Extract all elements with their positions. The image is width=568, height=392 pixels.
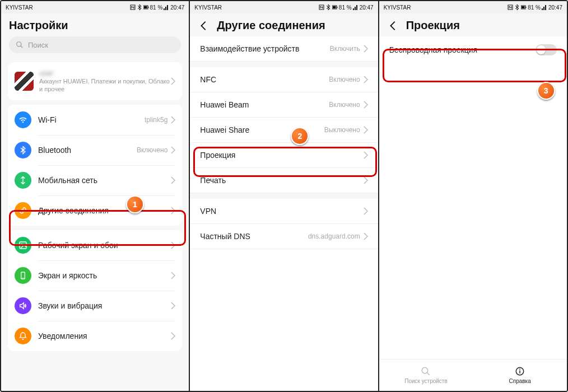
row-label: Экран и яркость xyxy=(38,271,171,280)
row-label: Звуки и вибрация xyxy=(38,301,171,310)
row-label: Рабочий экран и обои xyxy=(38,241,171,250)
huawei-share-row[interactable]: Huawei Share Выключено xyxy=(190,118,378,143)
account-desc: Аккаунт HUAWEI, Платежи и покупки, Облак… xyxy=(39,77,171,94)
search-icon xyxy=(421,366,431,376)
chevron-right-icon xyxy=(364,45,368,53)
back-button[interactable] xyxy=(198,20,210,32)
back-button[interactable] xyxy=(387,20,399,32)
bluetooth-icon xyxy=(325,4,331,10)
print-row[interactable]: Печать xyxy=(190,168,378,193)
tab-label: Поиск устройств xyxy=(404,378,448,384)
bluetooth-icon xyxy=(137,4,142,10)
chevron-right-icon xyxy=(364,176,368,184)
chevron-right-icon xyxy=(171,272,175,279)
nfc-row[interactable]: NFC Включено xyxy=(190,67,378,92)
nfc-icon xyxy=(130,4,136,10)
sound-icon xyxy=(15,297,31,314)
clock: 20:47 xyxy=(360,4,374,11)
page-title: Настройки xyxy=(9,19,68,32)
panel-settings: KYIVSTAR 81 % 20:47 Настройки Поиск xyxy=(1,1,189,391)
row-value: Включено xyxy=(137,146,167,154)
svg-point-4 xyxy=(17,42,21,46)
chevron-right-icon xyxy=(364,101,368,109)
avatar xyxy=(15,72,34,91)
carrier-label: KYIVSTAR xyxy=(384,4,411,11)
nfc-icon xyxy=(319,4,324,10)
signal-icon xyxy=(15,172,31,189)
wifi-icon xyxy=(15,111,31,128)
clock: 20:47 xyxy=(548,4,562,11)
account-row[interactable]: user Аккаунт HUAWEI, Платежи и покупки, … xyxy=(8,62,182,100)
status-bar: KYIVSTAR 81 % 20:47 xyxy=(190,1,378,13)
panel-projection: KYIVSTAR 81 % 20:47 Проекция Беспроводна… xyxy=(378,1,567,391)
titlebar: Проекция xyxy=(379,13,567,36)
chevron-right-icon xyxy=(171,332,175,340)
bluetooth-row[interactable]: Bluetooth Включено xyxy=(8,135,182,165)
chevron-right-icon xyxy=(171,241,175,249)
svg-rect-16 xyxy=(522,6,525,8)
row-label: Bluetooth xyxy=(38,146,137,155)
row-label: Взаимодействие устройств xyxy=(200,44,329,53)
huawei-beam-row[interactable]: Huawei Beam Включено xyxy=(190,92,378,118)
device-interaction-row[interactable]: Взаимодействие устройств Включить xyxy=(190,36,378,62)
display-brightness-row[interactable]: Экран и яркость xyxy=(8,260,182,291)
row-label: Печать xyxy=(200,176,363,185)
svg-rect-19 xyxy=(519,371,520,374)
row-label: Частный DNS xyxy=(200,232,308,241)
row-value: tplink5g xyxy=(145,116,167,124)
svg-rect-2 xyxy=(148,7,149,8)
vpn-row[interactable]: VPN xyxy=(190,199,378,224)
tab-label: Справка xyxy=(509,378,531,384)
sounds-vibration-row[interactable]: Звуки и вибрация xyxy=(8,291,182,321)
wireless-projection-row[interactable]: Беспроводная проекция xyxy=(379,36,567,63)
chevron-right-icon xyxy=(171,302,175,310)
row-label: Беспроводная проекция xyxy=(389,45,536,54)
battery-icon xyxy=(521,4,527,10)
battery-percent: 81 % xyxy=(528,4,541,11)
row-label: Проекция xyxy=(200,151,363,160)
svg-point-8 xyxy=(22,277,23,278)
tab-help[interactable]: Справка xyxy=(473,360,567,391)
bottom-bar: Поиск устройств Справка xyxy=(379,359,567,391)
mobile-network-row[interactable]: Мобильная сеть xyxy=(8,165,182,195)
svg-rect-12 xyxy=(333,6,336,8)
panel-other-connections: KYIVSTAR 81 % 20:47 Другие соединения Вз… xyxy=(189,1,378,391)
row-label: Wi-Fi xyxy=(38,115,145,124)
carrier-label: KYIVSTAR xyxy=(194,4,222,11)
row-label: Другие соединения xyxy=(38,206,171,215)
chevron-right-icon xyxy=(171,116,175,124)
svg-point-17 xyxy=(422,367,429,374)
wifi-row[interactable]: Wi-Fi tplink5g xyxy=(8,105,182,135)
svg-rect-15 xyxy=(525,7,527,8)
phone-icon xyxy=(15,267,31,284)
chevron-right-icon xyxy=(364,126,368,134)
row-label: Huawei Share xyxy=(200,125,324,134)
signal-icon xyxy=(164,4,169,10)
svg-rect-3 xyxy=(144,6,147,8)
svg-rect-5 xyxy=(20,242,26,249)
link-icon xyxy=(15,202,31,219)
other-connections-row[interactable]: Другие соединения xyxy=(8,195,182,226)
home-wallpaper-row[interactable]: Рабочий экран и обои xyxy=(8,230,182,260)
notifications-row[interactable]: Уведомления xyxy=(8,321,182,351)
bell-icon xyxy=(15,328,31,344)
chevron-right-icon xyxy=(171,207,175,214)
status-bar: KYIVSTAR 81 % 20:47 xyxy=(1,1,189,13)
row-value: dns.adguard.com xyxy=(308,232,360,240)
search-icon xyxy=(16,41,24,49)
chevron-right-icon xyxy=(171,176,175,184)
private-dns-row[interactable]: Частный DNS dns.adguard.com xyxy=(190,224,378,249)
projection-row[interactable]: Проекция xyxy=(190,143,378,168)
info-icon xyxy=(515,366,525,376)
row-label: Мобильная сеть xyxy=(38,176,171,185)
search-input[interactable]: Поиск xyxy=(9,36,181,53)
chevron-right-icon xyxy=(364,76,368,83)
titlebar: Настройки xyxy=(1,13,189,36)
carrier-label: KYIVSTAR xyxy=(6,4,33,11)
bluetooth-icon xyxy=(15,142,31,158)
page-title: Проекция xyxy=(406,19,460,32)
toggle-switch[interactable] xyxy=(536,44,557,55)
battery-icon xyxy=(143,4,149,10)
tab-search-devices[interactable]: Поиск устройств xyxy=(379,360,473,391)
battery-percent: 81 % xyxy=(150,4,163,11)
